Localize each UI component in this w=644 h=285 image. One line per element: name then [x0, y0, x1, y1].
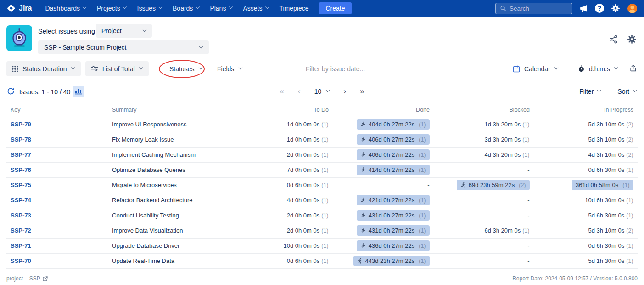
empty-duration: -	[527, 257, 529, 264]
nav-item-plans[interactable]: Plans	[205, 0, 238, 17]
column-header-done[interactable]: Done	[333, 103, 434, 117]
duration-value: 5d 3h 10m 0s(2)	[588, 227, 633, 234]
table-row[interactable]: SSP-77 Implement Caching Mechanism 2d 0h…	[6, 147, 638, 162]
issue-key-link[interactable]: SSP-71	[11, 242, 31, 249]
sort-button[interactable]: Sort	[617, 88, 637, 95]
column-header-in-progress[interactable]: In Progress	[534, 103, 638, 117]
duration-value: 7d 0h 0m 0s(1)	[287, 166, 329, 173]
issue-key-link[interactable]: SSP-77	[11, 151, 31, 158]
filter-button[interactable]: Filter	[579, 88, 601, 95]
duration-pill: 436d 0h 27m 22s(1)	[357, 240, 430, 251]
table-row[interactable]: SSP-70 Update Real-Time Data 0d 6h 0m 0s…	[6, 253, 638, 268]
chevron-down-icon	[71, 66, 75, 70]
duration-cell-todo: 1d 0h 0m 0s(1)	[230, 117, 333, 132]
report-settings-gear-icon[interactable]	[627, 34, 637, 44]
list-type-select[interactable]: List of Total	[85, 61, 149, 76]
duration-value: 1d 0h 0m 0s(1)	[287, 136, 329, 143]
table-row[interactable]: SSP-78 Fix Memory Leak Issue 1d 0h 0m 0s…	[6, 132, 638, 147]
share-icon[interactable]	[609, 35, 618, 44]
duration-cell-done: 406d 0h 27m 22s(1)	[333, 132, 434, 147]
table-row[interactable]: SSP-71 Upgrade Database Driver 10d 0h 0m…	[6, 238, 638, 253]
issue-key-link[interactable]: SSP-74	[11, 197, 31, 204]
nav-item-issues[interactable]: Issues	[132, 0, 168, 17]
runner-icon	[360, 152, 366, 158]
issue-key-link[interactable]: SSP-72	[11, 227, 31, 234]
column-header-blocked[interactable]: Blocked	[434, 103, 534, 117]
export-icon[interactable]	[629, 64, 637, 74]
project-select[interactable]: SSP - Sample Scrum Project	[38, 40, 209, 54]
nav-item-timepiece[interactable]: Timepiece	[274, 0, 314, 17]
help-icon[interactable]: ?	[595, 4, 604, 13]
create-button[interactable]: Create	[319, 2, 351, 14]
issue-key-link[interactable]: SSP-75	[11, 182, 31, 188]
issue-key-link[interactable]: SSP-76	[11, 166, 31, 173]
report-info: Report Date: 2024-05-09 12:57 / Version:…	[512, 275, 638, 282]
page-size-select[interactable]: 10	[314, 88, 330, 95]
duration-cell-blocked: 1d 3h 20m 0s(1)	[434, 117, 534, 132]
table-row[interactable]: SSP-73 Conduct Usability Testing 2d 0h 0…	[6, 208, 638, 223]
duration-pill: 404d 0h 27m 22s(1)	[357, 119, 430, 130]
issue-summary: Conduct Usability Testing	[108, 208, 230, 223]
settings-gear-icon[interactable]	[611, 4, 620, 13]
nav-item-dashboards[interactable]: Dashboards	[40, 0, 92, 17]
issue-key-link[interactable]: SSP-78	[11, 136, 31, 143]
chevron-down-icon	[229, 5, 233, 9]
report-type-select[interactable]: Status Duration	[6, 61, 81, 76]
search-input[interactable]	[510, 5, 568, 12]
search-box[interactable]	[495, 3, 572, 14]
duration-value: 3d 3h 20m 0s(1)	[484, 136, 529, 143]
duration-cell-blocked: -	[434, 162, 534, 177]
runner-icon	[360, 137, 366, 142]
user-avatar[interactable]	[627, 3, 638, 14]
chevron-down-icon	[633, 88, 637, 92]
project-select-value: SSP - Sample Scrum Project	[44, 44, 126, 51]
nav-item-projects[interactable]: Projects	[92, 0, 132, 17]
nav-item-assets[interactable]: Assets	[238, 0, 274, 17]
timepiece-app-icon[interactable]	[6, 25, 32, 51]
issue-summary: Implement Caching Mechanism	[108, 147, 230, 162]
fields-select[interactable]: Fields	[212, 61, 248, 76]
statuses-select[interactable]: Statuses	[164, 61, 208, 76]
table-row[interactable]: SSP-76 Optimize Database Queries 7d 0h 0…	[6, 162, 638, 177]
issue-summary: Improve Data Visualization	[108, 223, 230, 238]
time-format-select[interactable]: d.h.m.s	[572, 61, 624, 76]
duration-value: 10d 0h 0m 0s(1)	[283, 242, 328, 249]
issue-key-link[interactable]: SSP-73	[11, 212, 31, 219]
jql-query-link[interactable]: project = SSP	[6, 275, 48, 282]
last-page-button[interactable]: »	[360, 87, 364, 95]
duration-pill: 443d 23h 27m 22s(1)	[353, 256, 430, 266]
calendar-select[interactable]: Calendar	[507, 61, 564, 76]
report-header: Select issues using Project SSP - Sample…	[0, 17, 644, 59]
column-header-summary[interactable]: Summary	[108, 103, 230, 117]
issue-date-filter-input[interactable]: Filter by issue date...	[306, 65, 365, 73]
issue-key-link[interactable]: SSP-70	[11, 257, 31, 264]
duration-cell-inprogress: 5d 1h 30m 0s(1)	[534, 253, 638, 268]
table-row[interactable]: SSP-72 Improve Data Visualization 2d 0h …	[6, 223, 638, 238]
page-controls: « ‹ 10 › »	[0, 79, 644, 103]
duration-cell-done: 414d 0h 27m 22s(1)	[333, 162, 434, 177]
table-row[interactable]: SSP-75 Migrate to Microservices 0d 6h 0m…	[6, 177, 638, 193]
duration-cell-done: 406d 0h 27m 22s(1)	[333, 147, 434, 162]
jira-logo[interactable]: Jira	[6, 4, 32, 13]
issue-scope-select[interactable]: Project	[96, 24, 152, 38]
issues-tbody: SSP-79 Improve UI Responsiveness 1d 0h 0…	[6, 117, 638, 268]
issue-scope-value: Project	[101, 27, 122, 34]
duration-value: 1d 3h 20m 0s(1)	[484, 121, 529, 128]
announcements-icon[interactable]	[579, 4, 588, 13]
next-page-button[interactable]: ›	[343, 87, 346, 95]
table-row[interactable]: SSP-79 Improve UI Responsiveness 1d 0h 0…	[6, 117, 638, 132]
nav-items: Dashboards Projects Issues Boards Plans …	[40, 0, 314, 17]
table-row[interactable]: SSP-74 Refactor Backend Architecture 4d …	[6, 193, 638, 208]
column-header-to-do[interactable]: To Do	[230, 103, 333, 117]
issue-key-link[interactable]: SSP-79	[11, 121, 31, 128]
column-header-key[interactable]: Key	[6, 103, 108, 117]
pagination-bar: Issues: 1 - 10 / 40 « ‹ 10 › » Filter So…	[0, 79, 644, 103]
first-page-button[interactable]: «	[280, 87, 284, 95]
duration-value: 5d 1h 30m 0s(1)	[588, 257, 633, 264]
empty-duration: -	[527, 242, 529, 249]
nav-item-boards[interactable]: Boards	[168, 0, 205, 17]
issue-summary: Update Real-Time Data	[108, 253, 230, 268]
previous-page-button[interactable]: ‹	[298, 87, 301, 95]
external-link-icon	[43, 276, 48, 281]
duration-cell-blocked: 4d 3h 20m 0s(1)	[434, 147, 534, 162]
